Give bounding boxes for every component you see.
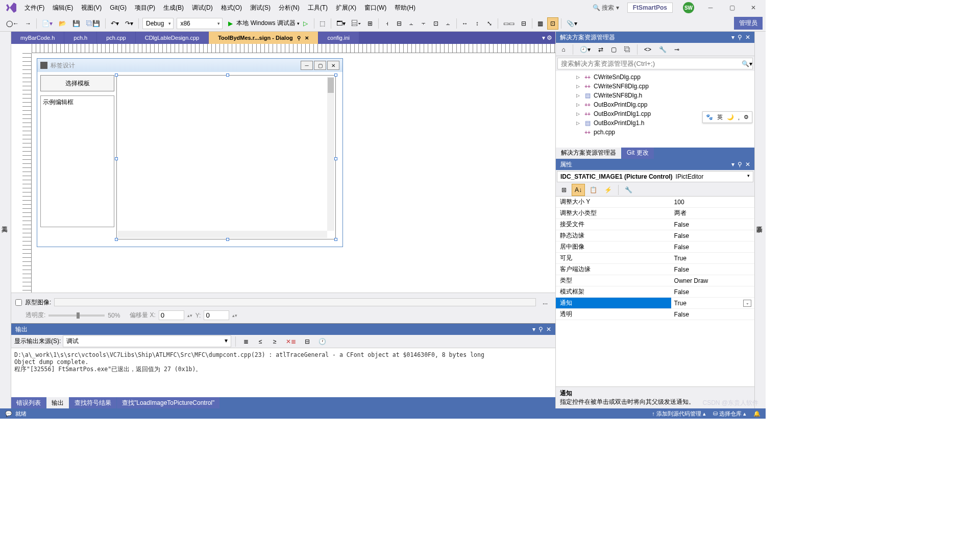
prop-row[interactable]: 接受文件False xyxy=(556,219,754,230)
toggle-grid-button[interactable]: ▦ xyxy=(535,17,546,30)
output-clear-button[interactable]: ✕≣ xyxy=(283,335,299,348)
prototype-path-input[interactable] xyxy=(54,298,536,306)
prop-events-button[interactable]: ⚡ xyxy=(602,184,615,196)
minimize-button[interactable]: ─ xyxy=(700,1,721,15)
se-btn-4[interactable]: ▢ xyxy=(608,44,619,55)
output-dropdown-icon[interactable]: ▾ xyxy=(532,326,535,333)
menu-extensions[interactable]: 扩展(X) xyxy=(332,2,360,14)
align-btn-5[interactable]: ⊡ xyxy=(430,17,442,30)
output-prev-button[interactable]: ≤ xyxy=(255,335,266,348)
select-template-button[interactable]: 选择模板 xyxy=(40,75,114,91)
output-goto-button[interactable]: ≣ xyxy=(240,335,252,348)
menu-format[interactable]: 格式(O) xyxy=(217,2,246,14)
size-btn-1[interactable]: ↔ xyxy=(459,17,471,30)
tab-config-ini[interactable]: config.ini xyxy=(318,32,359,44)
tb-btn-1[interactable]: ⬚ xyxy=(317,17,328,30)
se-search-input[interactable] xyxy=(558,58,741,69)
dialog-min-button[interactable]: ─ xyxy=(301,61,313,70)
se-code-button[interactable]: <> xyxy=(642,44,654,55)
dialog-preview[interactable]: 标签设计 ─ ▢ ✕ 选择模板 示例编辑框 xyxy=(37,58,343,247)
output-wrap-button[interactable]: ⊟ xyxy=(302,335,313,348)
menu-test[interactable]: 测试(S) xyxy=(246,2,275,14)
close-button[interactable]: ✕ xyxy=(743,1,764,15)
space-btn-2[interactable]: ⊟ xyxy=(518,17,529,30)
undo-button[interactable]: ↶▾ xyxy=(108,17,121,30)
prototype-checkbox[interactable] xyxy=(15,299,22,306)
se-pin-icon[interactable]: ⚲ xyxy=(738,34,742,41)
pic-hscroll[interactable] xyxy=(118,231,327,238)
menu-debug[interactable]: 调试(D) xyxy=(188,2,217,14)
prop-close-icon[interactable]: ✕ xyxy=(745,161,750,168)
menu-window[interactable]: 窗口(W) xyxy=(360,2,390,14)
save-all-button[interactable]: ⿻💾 xyxy=(84,17,103,30)
design-canvas[interactable]: 标签设计 ─ ▢ ✕ 选择模板 示例编辑框 xyxy=(32,53,555,293)
prop-row[interactable]: 可见True xyxy=(556,253,754,264)
start-nodebug-button[interactable]: ▷ xyxy=(300,17,311,30)
prop-row[interactable]: 调整大小 Y100 xyxy=(556,197,754,208)
se-home-button[interactable]: ⌂ xyxy=(558,44,569,55)
close-tab-icon[interactable]: ✕ xyxy=(305,35,309,41)
dialog-close-button[interactable]: ✕ xyxy=(327,61,339,70)
se-btn-8[interactable]: ⊸ xyxy=(672,44,682,55)
se-showall-button[interactable]: ⿻ xyxy=(622,44,633,55)
menu-help[interactable]: 帮助(H) xyxy=(390,2,420,14)
source-control-button[interactable]: ↑ 添加到源代码管理 ▴ xyxy=(652,410,706,418)
output-close-icon[interactable]: ✕ xyxy=(546,326,551,333)
redo-button[interactable]: ↷▾ xyxy=(122,17,136,30)
prop-row[interactable]: 透明False xyxy=(556,309,754,320)
offset-x-input[interactable] xyxy=(159,310,184,320)
gear-icon[interactable]: ⚙ xyxy=(744,114,749,120)
prop-pin-icon[interactable]: ⚲ xyxy=(738,161,742,168)
select-repo-button[interactable]: ⛁ 选择仓库 ▴ xyxy=(713,410,746,418)
opacity-slider[interactable] xyxy=(48,314,105,317)
tb-btn-3[interactable]: ⿳▾ xyxy=(349,17,363,30)
align-btn-3[interactable]: ⫠ xyxy=(406,17,417,30)
align-btn-2[interactable]: ⊟ xyxy=(394,17,405,30)
config-dropdown[interactable]: Debug xyxy=(142,18,174,29)
tab-cdlglabledesign[interactable]: CDlgLableDesign.cpp xyxy=(136,32,208,44)
new-project-button[interactable]: 📄▾ xyxy=(39,17,55,30)
align-btn-6[interactable]: ⫠ xyxy=(443,17,454,30)
ime-indicator[interactable]: 🐾 英 🌙 , ⚙ xyxy=(702,111,752,123)
save-button[interactable]: 💾 xyxy=(70,17,83,30)
offset-y-input[interactable] xyxy=(204,310,229,320)
toolbox-tab[interactable]: 工具箱 xyxy=(0,32,11,408)
tb-btn-last[interactable]: 📎▾ xyxy=(564,17,580,30)
prop-btn-3[interactable]: 📋 xyxy=(587,184,600,196)
size-btn-3[interactable]: ⤡ xyxy=(484,17,495,30)
menu-analyze[interactable]: 分析(N) xyxy=(275,2,304,14)
properties-selector[interactable]: IDC_STATIC_IMAGE1 (Picture Control) IPic… xyxy=(557,171,753,182)
prop-row[interactable]: 类型Owner Draw xyxy=(556,275,754,286)
tb-btn-2[interactable]: 🗔▾ xyxy=(334,17,348,30)
pic-vscroll[interactable] xyxy=(327,77,334,231)
debugger-label[interactable]: 本地 Windows 调试器 xyxy=(236,19,295,28)
tab-find-symbol[interactable]: 查找符号结果 xyxy=(69,397,116,408)
prop-categorized-button[interactable]: ⊞ xyxy=(558,184,570,196)
solution-tree[interactable]: ▷++CWriteSnDlg.cpp ▷++CWriteSNF8Dlg.cpp … xyxy=(556,71,754,148)
menu-build[interactable]: 生成(B) xyxy=(159,2,188,14)
menu-edit[interactable]: 编辑(E) xyxy=(48,2,77,14)
tab-error-list[interactable]: 错误列表 xyxy=(11,397,46,408)
prop-row[interactable]: 通知True⌄ xyxy=(556,298,754,309)
se-btn-2[interactable]: 🕘▾ xyxy=(577,44,593,55)
nav-back-button[interactable]: ◯← xyxy=(4,17,21,30)
tab-pch-h[interactable]: pch.h xyxy=(64,32,96,44)
size-btn-2[interactable]: ↕ xyxy=(472,17,483,30)
prop-btn-5[interactable]: 🔧 xyxy=(622,184,635,196)
platform-dropdown[interactable]: x86 xyxy=(177,18,223,29)
menu-project[interactable]: 项目(P) xyxy=(131,2,159,14)
browse-button[interactable]: ... xyxy=(540,296,551,308)
chat-icon[interactable]: 💬 xyxy=(5,410,12,417)
doc-tabs-overflow[interactable]: ▾ ⚙ xyxy=(539,32,555,44)
se-wrench-button[interactable]: 🔧 xyxy=(656,44,669,55)
toggle-guides-button[interactable]: ⊡ xyxy=(547,17,558,30)
tab-solution-explorer[interactable]: 解决方案资源管理器 xyxy=(556,148,621,159)
moon-icon[interactable]: 🌙 xyxy=(727,114,734,120)
start-debug-button[interactable]: ▶ xyxy=(225,17,236,30)
example-edit-box[interactable]: 示例编辑框 xyxy=(40,95,114,227)
space-btn-1[interactable]: ▭▭ xyxy=(501,17,517,30)
se-sync-button[interactable]: ⇄ xyxy=(596,44,606,55)
search-box[interactable]: 🔍 搜索 ▾ xyxy=(590,3,622,13)
prop-dropdown-icon[interactable]: ▾ xyxy=(731,161,734,168)
menu-tools[interactable]: 工具(T) xyxy=(304,2,332,14)
